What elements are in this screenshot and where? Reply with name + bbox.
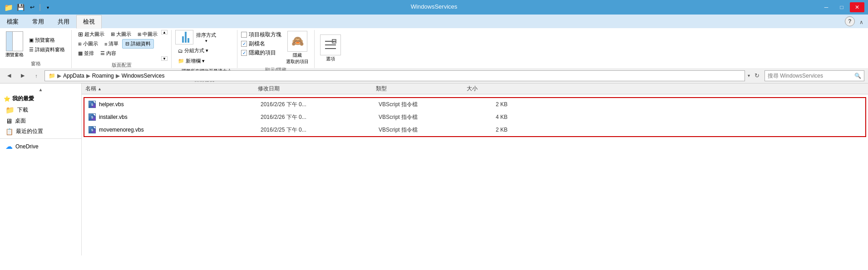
refresh-button[interactable]: ↻ [752, 71, 762, 81]
maximize-button[interactable]: □ [834, 2, 849, 12]
detail-label: 詳細資料 [131, 40, 151, 47]
path-windowsservices[interactable]: WindowsServices [122, 73, 165, 79]
sidebar-scroll-up[interactable]: ▲ [0, 86, 81, 93]
col-name-label: 名稱 [85, 85, 96, 93]
address-path[interactable]: 📁 ▶ AppData ▶ Roaming ▶ WindowsServices [44, 70, 745, 81]
address-bar: ◀ ▶ ↑ 📁 ▶ AppData ▶ Roaming ▶ WindowsSer… [0, 68, 868, 83]
large-icon: ⊞ [111, 31, 115, 37]
onedrive-icon: ☁ [5, 142, 13, 151]
minimize-button[interactable]: ─ [819, 2, 833, 12]
small-view-button[interactable]: ⊞ 小圖示 [75, 39, 101, 49]
list-icon: ≡ [104, 41, 107, 47]
show-hide-options: 項目核取方塊 副檔名 隱藏的項目 [241, 30, 281, 58]
sort-label: 排序方式 [196, 32, 216, 39]
large-view-button[interactable]: ⊞ 大圖示 [108, 30, 134, 39]
file-date-movemenoreg: 2016/2/25 下午 0... [261, 126, 379, 134]
path-roaming[interactable]: Roaming [92, 73, 114, 79]
back-button[interactable]: ◀ [4, 70, 15, 81]
detail-pane-button[interactable]: ☰ 詳細資料窗格 [26, 45, 68, 54]
hide-selected-button[interactable]: 🙈 隱藏選取的項目 [284, 30, 311, 66]
sidebar-item-onedrive[interactable]: ☁ OneDrive [0, 141, 81, 152]
dropdown-path-arrow[interactable]: ▾ [748, 73, 750, 78]
small-icon: ⊞ [78, 42, 82, 46]
help-button[interactable]: ? [845, 16, 855, 26]
hidden-items-checkbox-row[interactable]: 隱藏的項目 [241, 49, 281, 57]
content-view-button[interactable]: ☰ 內容 [98, 49, 119, 58]
vbs-icon-helper: S [89, 101, 96, 108]
tile-view-button[interactable]: ▦ 並排 [75, 49, 97, 58]
onedrive-label: OneDrive [15, 143, 39, 150]
column-header-type[interactable]: 類型 [376, 85, 467, 93]
file-name-cell: S movemenoreg.vbs [88, 126, 261, 134]
sidebar-item-recent[interactable]: 📋 最近的位置 [0, 126, 81, 137]
extra-large-view-button[interactable]: ⊞ 超大圖示 [75, 30, 107, 39]
item-checkbox-row[interactable]: 項目核取方塊 [241, 31, 281, 39]
search-box[interactable]: 🔍 [764, 70, 864, 81]
file-list-container: 名稱 ▲ 修改日期 類型 大小 S helper [82, 83, 868, 255]
browse-pane-button[interactable]: 瀏覽窗格 [4, 30, 25, 59]
favorites-header[interactable]: ⭐ 我的最愛 [0, 93, 81, 104]
medium-icon: ⊞ [138, 32, 141, 37]
tab-file[interactable]: 檔案 [0, 15, 25, 28]
file-size-installer: 4 KB [469, 114, 515, 120]
file-list-body: S helper.vbs 2016/2/26 下午 0... VBScript … [82, 94, 868, 140]
window-title: WindowsServices [411, 3, 458, 10]
group-by-button[interactable]: 🗂 分組方式 ▾ [175, 46, 233, 55]
preview-pane-label: 預覽窗格 [35, 37, 55, 44]
tab-share[interactable]: 共用 [51, 15, 76, 28]
hidden-items-checkbox[interactable] [241, 50, 247, 56]
content-label: 內容 [106, 50, 116, 57]
vbs-icon-installer: S [89, 113, 96, 121]
list-view-button[interactable]: ≡ 清單 [102, 39, 121, 49]
table-row[interactable]: S helper.vbs 2016/2/26 下午 0... VBScript … [84, 98, 865, 111]
medium-view-button[interactable]: ⊞ 中圖示 [135, 30, 160, 39]
tab-view[interactable]: 檢視 [76, 15, 102, 29]
sidebar: ▲ ⭐ 我的最愛 📁 下載 🖥 桌面 📋 最近的位置 ☁ OneDrive [0, 83, 82, 255]
favorites-label: 我的最愛 [12, 95, 34, 103]
ribbon-collapse-button[interactable]: ∧ [858, 18, 865, 26]
sort-button[interactable]: 排序方式 ▾ [194, 31, 218, 44]
recent-icon: 📋 [5, 128, 13, 135]
options-button[interactable]: ✓ 選項 [318, 34, 343, 63]
undo-button[interactable]: ↩ [27, 2, 37, 12]
column-header-name[interactable]: 名稱 ▲ [85, 85, 258, 93]
sidebar-item-downloads[interactable]: 📁 下載 [0, 104, 81, 116]
sort-bar-3 [185, 32, 187, 43]
search-icon: 🔍 [854, 73, 861, 79]
preview-pane-button[interactable]: ▣ 預覽窗格 [26, 36, 68, 44]
recent-label: 最近的位置 [16, 128, 43, 135]
column-header-date[interactable]: 修改日期 [258, 85, 376, 93]
up-button[interactable]: ↑ [31, 70, 42, 81]
options-icon: ✓ [320, 34, 341, 55]
file-type-movemenoreg: VBScript 指令檔 [379, 126, 469, 134]
vbs-icon-movemenoreg: S [89, 126, 96, 133]
separator: | [39, 3, 41, 11]
sidebar-divider [0, 138, 81, 139]
layout-scroll-up[interactable]: ▲ [161, 30, 168, 34]
tab-home[interactable]: 常用 [25, 15, 51, 28]
tile-icon: ▦ [78, 50, 83, 56]
svg-text:✓: ✓ [333, 40, 335, 43]
item-checkbox-label: 項目核取方塊 [249, 31, 281, 39]
sort-icon-area [175, 30, 193, 44]
table-row[interactable]: S movemenoreg.vbs 2016/2/25 下午 0... VBSc… [84, 123, 865, 136]
detail-pane-icon: ☰ [29, 47, 34, 53]
path-separator-3: ▶ [116, 73, 120, 79]
file-date-helper: 2016/2/26 下午 0... [261, 101, 379, 108]
close-button[interactable]: ✕ [850, 2, 864, 12]
column-header-size[interactable]: 大小 [467, 85, 512, 93]
sidebar-item-desktop[interactable]: 🖥 桌面 [0, 116, 81, 126]
path-appdata[interactable]: AppData [63, 73, 84, 79]
detail-view-button[interactable]: ⊟ 詳細資料 [122, 39, 154, 49]
save-button[interactable]: 💾 [15, 2, 25, 12]
new-folder-button[interactable]: 📁 新增欄 ▾ [175, 57, 233, 65]
layout-scroll-down[interactable]: ▼ [161, 56, 168, 61]
dropdown-arrow[interactable]: ▾ [43, 2, 53, 12]
group-by-label: 分組方式 ▾ [184, 47, 208, 54]
item-checkbox[interactable] [241, 32, 247, 38]
forward-button[interactable]: ▶ [17, 70, 28, 81]
search-input[interactable] [768, 73, 854, 79]
extension-checkbox[interactable] [241, 41, 247, 47]
extension-checkbox-row[interactable]: 副檔名 [241, 40, 281, 48]
table-row[interactable]: S installer.vbs 2016/2/26 下午 0... VBScri… [84, 111, 865, 123]
